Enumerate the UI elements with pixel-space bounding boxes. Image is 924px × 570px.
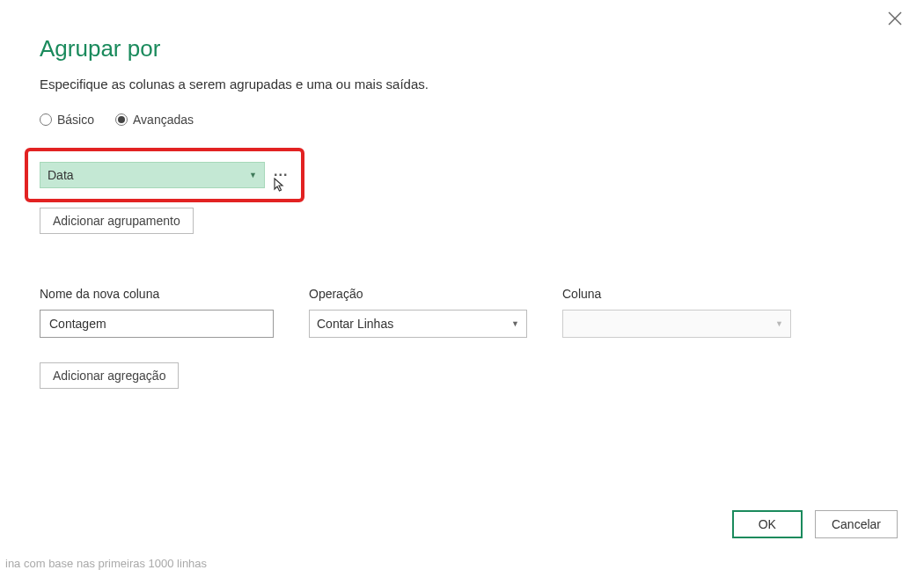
truncated-background-text: ina com base nas primeiras 1000 linhas bbox=[5, 557, 207, 570]
operation-col: Operação Contar Linhas ▼ bbox=[309, 287, 527, 338]
group-by-dialog: Agrupar por Especifique as colunas a ser… bbox=[40, 35, 898, 389]
operation-label: Operação bbox=[309, 287, 527, 301]
radio-basic-label: Básico bbox=[57, 113, 94, 127]
dialog-title: Agrupar por bbox=[40, 35, 898, 62]
chevron-down-icon: ▼ bbox=[249, 171, 257, 179]
cancel-button[interactable]: Cancelar bbox=[815, 510, 898, 538]
column-col: Coluna ▼ bbox=[562, 287, 791, 338]
add-grouping-button[interactable]: Adicionar agrupamento bbox=[40, 208, 194, 234]
close-button[interactable] bbox=[887, 11, 908, 32]
radio-advanced[interactable]: Avançadas bbox=[115, 113, 194, 127]
mode-radio-group: Básico Avançadas bbox=[40, 113, 898, 127]
cursor-icon bbox=[274, 178, 286, 194]
operation-select[interactable]: Contar Linhas ▼ bbox=[309, 310, 527, 338]
radio-basic-circle bbox=[40, 113, 52, 126]
chevron-down-icon: ▼ bbox=[775, 319, 783, 328]
close-icon bbox=[887, 11, 903, 26]
add-aggregation-button[interactable]: Adicionar agregação bbox=[40, 362, 179, 389]
radio-advanced-label: Avançadas bbox=[133, 113, 194, 127]
grouping-column-value: Data bbox=[48, 168, 74, 182]
dialog-subtitle: Especifique as colunas a serem agrupadas… bbox=[40, 77, 898, 91]
new-column-col: Nome da nova coluna bbox=[40, 287, 274, 338]
dialog-footer: OK Cancelar bbox=[732, 510, 898, 538]
aggregation-section: Nome da nova coluna Operação Contar Linh… bbox=[40, 287, 898, 389]
grouping-column-select[interactable]: Data ▼ bbox=[40, 162, 265, 188]
column-select[interactable]: ▼ bbox=[562, 310, 791, 338]
radio-basic[interactable]: Básico bbox=[40, 113, 94, 127]
new-column-label: Nome da nova coluna bbox=[40, 287, 274, 301]
radio-advanced-circle bbox=[115, 113, 128, 126]
operation-value: Contar Linhas bbox=[317, 317, 393, 331]
new-column-input[interactable] bbox=[40, 310, 274, 338]
chevron-down-icon: ▼ bbox=[511, 319, 519, 328]
ok-button[interactable]: OK bbox=[732, 510, 803, 538]
column-label: Coluna bbox=[562, 287, 791, 301]
grouping-row-highlighted: Data ▼ ··· bbox=[25, 148, 304, 202]
